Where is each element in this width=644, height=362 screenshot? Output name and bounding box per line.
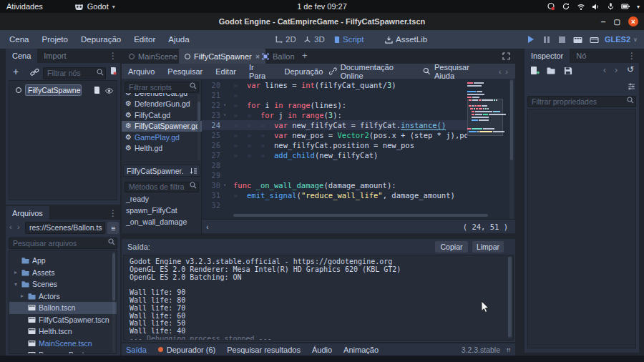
scene-dock-menu-icon[interactable]: ⋮ <box>109 51 117 61</box>
line-number[interactable]: 22 <box>202 100 220 110</box>
clear-button[interactable]: Limpar <box>472 241 504 253</box>
code-editor[interactable]: 20»var lines = int(filfyCat_quant/3)21»2… <box>202 79 515 219</box>
minimize-button[interactable]: – <box>601 16 606 26</box>
console-scrollbar[interactable] <box>508 257 512 338</box>
sort-methods-icon[interactable] <box>190 167 197 175</box>
code-vertical-scrollbar[interactable] <box>509 79 514 219</box>
line-number[interactable]: 30 <box>202 180 220 190</box>
record-icon[interactable] <box>547 2 555 11</box>
method-list-item[interactable]: spawn_FilfyCat <box>122 205 202 216</box>
script-list-item[interactable]: ⚙DefenderCat.gd <box>122 93 202 99</box>
file-tree-item[interactable]: ▸Assets <box>9 267 117 279</box>
workspace-3d-button[interactable]: 3D <box>303 35 325 44</box>
line-number[interactable]: 29 <box>202 170 220 180</box>
tree-arrow-icon[interactable]: ▸ <box>13 269 19 275</box>
script-menu-irpara[interactable]: Ir Para <box>243 63 278 80</box>
filter-scripts-input[interactable] <box>125 82 199 93</box>
script-list-item[interactable]: ⚙FilfyCatSpawner.gd <box>122 121 202 132</box>
file-tree-item[interactable]: MainScene.tscn <box>9 338 117 350</box>
files-path[interactable]: res://Scenes/Ballon.ts <box>25 222 105 234</box>
line-number[interactable]: 24 <box>202 120 220 130</box>
script-menu-depuracao[interactable]: Depuração <box>278 67 329 76</box>
bottom-tab-pesquisar-resultados[interactable]: Pesquisar resultados <box>227 346 301 354</box>
battery-icon[interactable] <box>621 2 630 11</box>
wifi-icon[interactable] <box>577 3 585 11</box>
bottom-tab-depurador-6-[interactable]: Depurador (6) <box>158 346 215 354</box>
minimap-viewport[interactable] <box>467 99 503 136</box>
tab-cena[interactable]: Cena <box>6 49 37 63</box>
system-tray[interactable]: ▾ <box>547 0 640 13</box>
visibility-eye-icon[interactable] <box>104 87 114 94</box>
workspace-script-button[interactable]: Script <box>333 35 364 44</box>
tree-arrow-icon[interactable]: ▸ <box>19 293 25 299</box>
files-tree[interactable]: App▸Assets▾Scenes▸ActorsBallon.tscnFilfy… <box>9 250 117 354</box>
code-minimap[interactable] <box>467 80 503 167</box>
inspector-back-icon[interactable]: ‹ <box>603 65 606 75</box>
play-custom-scene-icon[interactable] <box>590 36 599 44</box>
code-line[interactable]: 29 <box>202 170 515 180</box>
files-dock-menu-icon[interactable]: ⋮ <box>109 208 117 218</box>
files-list-mode-button[interactable]: ≡ <box>107 222 119 234</box>
scene-tab-ballon[interactable]: Ballon <box>256 49 301 64</box>
script-menu-pesquisar[interactable]: Pesquisar <box>161 67 209 76</box>
line-number[interactable]: 31 <box>202 190 220 200</box>
menu-projeto[interactable]: Projeto <box>36 35 74 44</box>
play-scene-icon[interactable] <box>573 36 582 44</box>
stop-button[interactable] <box>559 36 565 43</box>
search-help-button[interactable]: Pesquisar Ajuda <box>423 63 488 80</box>
fold-arrow-icon[interactable]: ▾ <box>223 100 226 110</box>
code-line[interactable]: 30▾func _on_wall_damage(damage_amount): <box>202 180 515 190</box>
files-back-icon[interactable]: ‹ <box>9 222 12 231</box>
tab-inspector[interactable]: Inspector <box>525 49 570 63</box>
copy-button[interactable]: Copiar <box>435 241 468 253</box>
update-spinner-icon[interactable]: ↑↑ <box>506 346 509 353</box>
script-list[interactable]: ⚙DefenderCat.gd⚙DefenderGun.gd⚙FilfyCat.… <box>122 93 202 154</box>
expand-editor-icon[interactable] <box>502 52 510 60</box>
bottom-tab-sa-da[interactable]: Saída <box>126 346 147 354</box>
workspace-assetlib-button[interactable]: AssetLib <box>385 35 427 44</box>
node-name[interactable]: FilfyCatSpawner <box>25 84 82 96</box>
renderer-dropdown[interactable]: GLES2 ∨ <box>605 35 638 44</box>
line-number[interactable]: 23 <box>202 110 220 120</box>
detach-script-icon[interactable] <box>109 67 117 75</box>
script-history-forward-icon[interactable]: › <box>505 67 508 76</box>
save-icon[interactable] <box>564 67 572 75</box>
files-scrollbar[interactable] <box>112 252 115 353</box>
inspector-forward-icon[interactable]: › <box>615 65 618 75</box>
mic-icon[interactable] <box>607 2 615 11</box>
menu-ajuda[interactable]: Ajuda <box>162 35 195 44</box>
file-tree-item[interactable]: FilfyCatSpawner.tscn <box>9 314 117 326</box>
file-tree-item[interactable]: ▾Scenes <box>9 278 117 290</box>
history-icon[interactable]: ↺ <box>627 64 634 74</box>
volume-icon[interactable] <box>592 3 600 11</box>
instance-scene-icon[interactable] <box>30 68 39 77</box>
files-search-input[interactable] <box>9 238 117 249</box>
file-tree-item[interactable]: Helth.tscn <box>9 326 117 338</box>
files-forward-icon[interactable]: › <box>17 222 20 231</box>
filter-properties-input[interactable] <box>527 96 636 107</box>
method-list-item[interactable]: _ready <box>122 193 202 205</box>
code-horizontal-scrollbar[interactable] <box>233 214 502 217</box>
line-number[interactable]: 21 <box>202 90 220 100</box>
workspace-2d-button[interactable]: 2D <box>275 35 296 44</box>
code-line[interactable]: 32 <box>202 200 515 210</box>
scene-tab-mainscene[interactable]: MainScene <box>123 49 183 64</box>
script-menu-editar[interactable]: Editar <box>209 67 243 76</box>
script-menu-arquivo[interactable]: Arquivo <box>122 67 161 76</box>
tab-import[interactable]: Import <box>37 49 72 63</box>
line-number[interactable]: 27 <box>202 150 220 160</box>
scene-tree[interactable]: FilfyCatSpawner <box>9 80 117 200</box>
tab-no[interactable]: Nó <box>570 49 592 63</box>
script-list-scrollbar[interactable] <box>197 94 200 160</box>
file-tree-item[interactable]: ▸Actors <box>9 290 117 303</box>
method-list-item[interactable]: _on_wall_damage <box>122 216 202 228</box>
fold-arrow-icon[interactable]: ▾ <box>223 180 226 190</box>
line-number[interactable]: 28 <box>202 160 220 170</box>
script-list-item[interactable]: ⚙FilfyCat.gd <box>122 109 202 121</box>
script-history-back-icon[interactable]: ‹ <box>499 67 502 76</box>
script-list-item[interactable]: ⚙DefenderGun.gd <box>122 99 202 110</box>
object-properties-tune-icon[interactable] <box>628 83 635 90</box>
file-tree-item[interactable]: Ballon.tscn <box>9 302 117 314</box>
tree-arrow-icon[interactable]: ▾ <box>13 281 19 288</box>
node-script-icon[interactable] <box>93 86 100 94</box>
